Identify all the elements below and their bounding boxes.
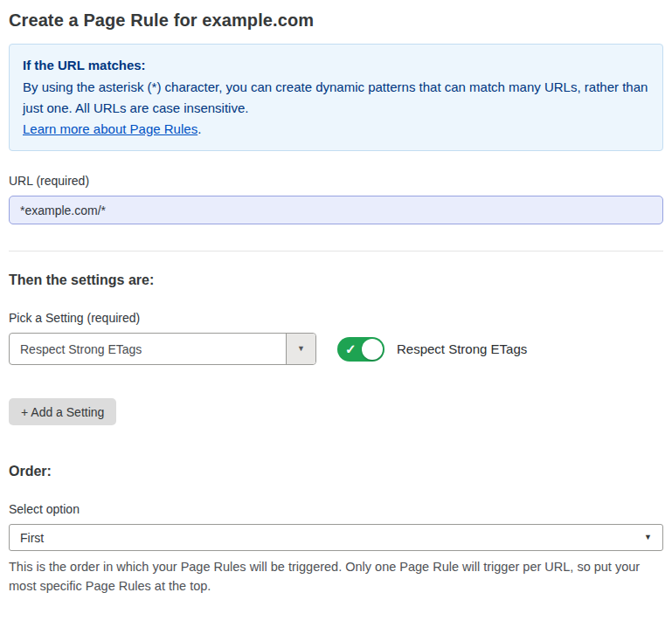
toggle-knob [362, 339, 383, 360]
page-title: Create a Page Rule for example.com [9, 10, 663, 31]
setting-toggle-wrap: ✓ Respect Strong ETags [337, 337, 527, 362]
order-help-text: This is the order in which your Page Rul… [9, 557, 660, 596]
order-label: Select option [9, 502, 663, 516]
setting-select-value: Respect Strong ETags [10, 334, 142, 364]
toggle-label: Respect Strong ETags [397, 341, 527, 356]
info-box-body: By using the asterisk (*) character, you… [23, 77, 649, 118]
section-divider [9, 251, 663, 251]
add-setting-button[interactable]: + Add a Setting [9, 398, 116, 425]
info-box-heading: If the URL matches: [23, 55, 649, 75]
info-box-link-line: Learn more about Page Rules. [23, 119, 649, 139]
setting-select-caret-button[interactable]: ▼ [286, 334, 315, 364]
url-label: URL (required) [9, 174, 663, 188]
order-select-dropdown[interactable]: First ▼ [9, 524, 663, 551]
url-input[interactable] [9, 196, 663, 224]
url-match-info-box: If the URL matches: By using the asteris… [9, 44, 663, 151]
pick-setting-label: Pick a Setting (required) [9, 311, 663, 325]
setting-row: Respect Strong ETags ▼ ✓ Respect Strong … [9, 333, 663, 365]
chevron-down-icon: ▼ [644, 534, 652, 541]
link-period: . [197, 121, 201, 136]
order-heading: Order: [9, 464, 663, 479]
settings-heading: Then the settings are: [9, 272, 663, 288]
learn-more-link[interactable]: Learn more about Page Rules [23, 121, 197, 136]
page-rule-form: Create a Page Rule for example.com If th… [0, 0, 672, 627]
checkmark-icon: ✓ [345, 342, 357, 355]
order-select-value: First [20, 531, 44, 545]
setting-select-dropdown[interactable]: Respect Strong ETags ▼ [9, 333, 316, 365]
etags-toggle[interactable]: ✓ [337, 337, 384, 362]
chevron-down-icon: ▼ [297, 345, 305, 353]
